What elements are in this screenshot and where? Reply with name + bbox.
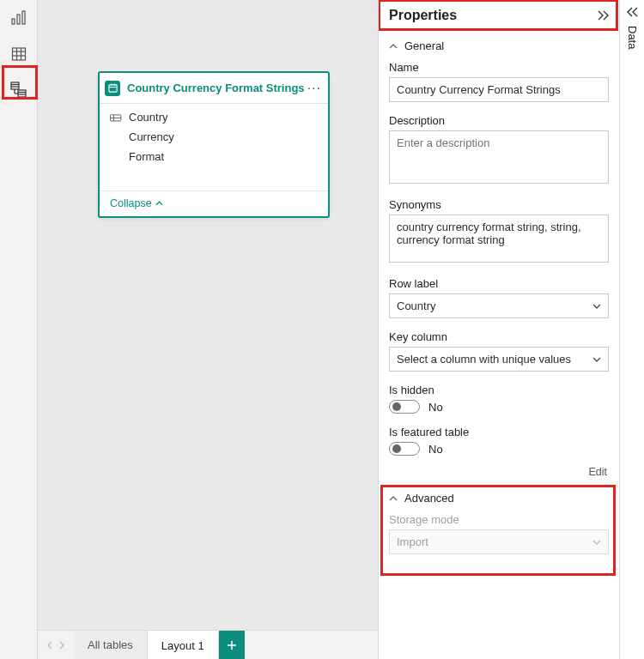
is-hidden-value: No — [428, 401, 443, 414]
is-featured-toggle[interactable] — [389, 442, 420, 456]
storage-mode-label: Storage mode — [389, 513, 609, 526]
is-featured-value: No — [428, 443, 443, 456]
chevron-up-icon — [155, 201, 163, 206]
synonyms-input[interactable] — [389, 215, 609, 263]
add-layout-button[interactable] — [219, 631, 245, 659]
is-hidden-toggle[interactable] — [389, 400, 420, 414]
report-view-icon[interactable] — [0, 0, 37, 36]
next-layout-icon[interactable] — [58, 641, 65, 650]
svg-rect-8 — [11, 82, 19, 89]
key-column-label: Key column — [389, 330, 609, 343]
expand-data-pane-icon[interactable] — [625, 7, 639, 17]
tab-all-tables[interactable]: All tables — [74, 631, 148, 659]
section-general[interactable]: General — [379, 31, 619, 57]
table-view-icon[interactable] — [0, 36, 37, 72]
row-label-label: Row label — [389, 277, 609, 290]
svg-rect-16 — [108, 85, 116, 92]
storage-mode-select: Import — [389, 529, 609, 554]
field-row[interactable]: Format — [100, 147, 328, 166]
name-input[interactable] — [389, 77, 609, 102]
is-featured-label: Is featured table — [389, 426, 609, 438]
properties-title: Properties — [389, 8, 457, 23]
synonyms-label: Synonyms — [389, 198, 609, 211]
description-label: Description — [389, 114, 609, 127]
more-options-icon[interactable]: ··· — [307, 81, 321, 96]
field-row[interactable]: Currency — [100, 127, 328, 147]
field-row[interactable]: Country — [100, 107, 328, 127]
svg-rect-2 — [22, 11, 25, 24]
model-canvas[interactable]: Country Currency Format Strings ··· Coun… — [38, 0, 378, 659]
svg-rect-3 — [12, 48, 25, 60]
field-label: Format — [129, 150, 164, 163]
svg-rect-1 — [17, 15, 20, 24]
table-card-title: Country Currency Format Strings — [127, 82, 307, 94]
calendar-table-icon — [105, 81, 120, 96]
chevron-down-icon — [592, 540, 601, 545]
properties-panel: Properties General Name Description Syno… — [378, 0, 620, 659]
collapse-button[interactable]: Collapse — [110, 197, 163, 209]
is-hidden-label: Is hidden — [389, 384, 609, 396]
row-label-select[interactable]: Country — [389, 293, 609, 318]
collapse-panel-icon[interactable] — [597, 10, 611, 21]
edit-link[interactable]: Edit — [379, 464, 619, 483]
field-label: Country — [129, 111, 168, 124]
field-label: Currency — [129, 130, 174, 143]
chevron-up-icon — [389, 496, 398, 501]
data-pane-label[interactable]: Data — [626, 26, 639, 49]
svg-rect-0 — [12, 19, 15, 24]
tab-layout-1[interactable]: Layout 1 — [148, 631, 219, 659]
model-view-icon[interactable] — [0, 72, 37, 108]
svg-rect-11 — [18, 90, 26, 97]
chevron-down-icon — [592, 304, 601, 309]
description-input[interactable] — [389, 130, 609, 184]
left-nav — [0, 0, 38, 659]
key-column-select[interactable]: Select a column with unique values — [389, 347, 609, 372]
chevron-down-icon — [592, 357, 601, 362]
layout-tab-bar: All tables Layout 1 — [38, 630, 378, 659]
key-field-icon — [110, 112, 129, 123]
section-advanced[interactable]: Advanced — [379, 483, 619, 510]
prev-layout-icon[interactable] — [46, 641, 53, 650]
name-label: Name — [389, 61, 609, 74]
chevron-up-icon — [389, 44, 398, 49]
table-card[interactable]: Country Currency Format Strings ··· Coun… — [98, 71, 330, 218]
data-pane-collapsed: Data — [620, 0, 644, 659]
